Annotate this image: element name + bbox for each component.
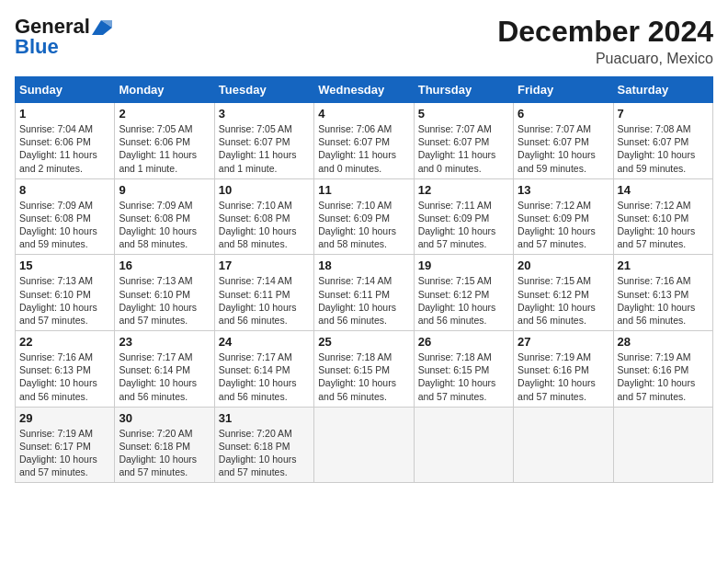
calendar-cell: 2Sunrise: 7:05 AM Sunset: 6:06 PM Daylig… bbox=[115, 103, 214, 179]
day-number: 2 bbox=[119, 107, 210, 121]
calendar-cell: 21Sunrise: 7:16 AM Sunset: 6:13 PM Dayli… bbox=[613, 255, 712, 331]
calendar-cell: 22Sunrise: 7:16 AM Sunset: 6:13 PM Dayli… bbox=[16, 331, 115, 408]
day-number: 10 bbox=[219, 183, 310, 197]
calendar-cell: 13Sunrise: 7:12 AM Sunset: 6:09 PM Dayli… bbox=[514, 178, 613, 255]
day-info: Sunrise: 7:20 AM Sunset: 6:18 PM Dayligh… bbox=[119, 427, 210, 479]
calendar-cell: 15Sunrise: 7:13 AM Sunset: 6:10 PM Dayli… bbox=[16, 255, 115, 331]
calendar-cell: 24Sunrise: 7:17 AM Sunset: 6:14 PM Dayli… bbox=[214, 331, 313, 408]
day-info: Sunrise: 7:13 AM Sunset: 6:10 PM Dayligh… bbox=[19, 274, 110, 327]
calendar-cell: 23Sunrise: 7:17 AM Sunset: 6:14 PM Dayli… bbox=[115, 331, 214, 408]
calendar: SundayMondayTuesdayWednesdayThursdayFrid… bbox=[15, 76, 713, 483]
weekday-header-friday: Friday bbox=[514, 77, 613, 103]
calendar-cell: 29Sunrise: 7:19 AM Sunset: 6:17 PM Dayli… bbox=[16, 407, 115, 483]
day-info: Sunrise: 7:08 AM Sunset: 6:07 PM Dayligh… bbox=[618, 122, 709, 175]
day-info: Sunrise: 7:18 AM Sunset: 6:15 PM Dayligh… bbox=[318, 350, 409, 403]
logo-icon bbox=[92, 20, 112, 35]
calendar-cell bbox=[414, 407, 513, 483]
day-info: Sunrise: 7:16 AM Sunset: 6:13 PM Dayligh… bbox=[19, 350, 110, 403]
day-number: 25 bbox=[318, 335, 409, 349]
header: General Blue December 2024 Puacuaro, Mex… bbox=[15, 15, 713, 67]
calendar-cell: 10Sunrise: 7:10 AM Sunset: 6:08 PM Dayli… bbox=[214, 178, 313, 255]
calendar-cell: 8Sunrise: 7:09 AM Sunset: 6:08 PM Daylig… bbox=[16, 178, 115, 255]
logo: General Blue bbox=[15, 15, 112, 59]
day-number: 30 bbox=[119, 411, 210, 425]
calendar-cell: 18Sunrise: 7:14 AM Sunset: 6:11 PM Dayli… bbox=[314, 255, 414, 331]
calendar-cell: 7Sunrise: 7:08 AM Sunset: 6:07 PM Daylig… bbox=[613, 103, 712, 179]
calendar-cell: 25Sunrise: 7:18 AM Sunset: 6:15 PM Dayli… bbox=[314, 331, 414, 408]
day-info: Sunrise: 7:14 AM Sunset: 6:11 PM Dayligh… bbox=[318, 274, 409, 327]
day-number: 18 bbox=[318, 259, 409, 272]
calendar-cell: 9Sunrise: 7:09 AM Sunset: 6:08 PM Daylig… bbox=[115, 178, 214, 255]
calendar-cell: 5Sunrise: 7:07 AM Sunset: 6:07 PM Daylig… bbox=[414, 103, 513, 179]
weekday-header-thursday: Thursday bbox=[414, 77, 513, 103]
calendar-cell: 6Sunrise: 7:07 AM Sunset: 6:07 PM Daylig… bbox=[514, 103, 613, 179]
logo-blue: Blue bbox=[15, 35, 59, 59]
calendar-cell: 3Sunrise: 7:05 AM Sunset: 6:07 PM Daylig… bbox=[214, 103, 313, 179]
title-block: December 2024 Puacuaro, Mexico bbox=[497, 15, 713, 67]
calendar-cell bbox=[514, 407, 613, 483]
day-info: Sunrise: 7:12 AM Sunset: 6:10 PM Dayligh… bbox=[618, 199, 709, 251]
day-info: Sunrise: 7:13 AM Sunset: 6:10 PM Dayligh… bbox=[119, 274, 210, 327]
day-info: Sunrise: 7:05 AM Sunset: 6:06 PM Dayligh… bbox=[119, 122, 210, 175]
day-number: 14 bbox=[618, 183, 709, 197]
day-info: Sunrise: 7:18 AM Sunset: 6:15 PM Dayligh… bbox=[418, 350, 509, 403]
calendar-cell: 17Sunrise: 7:14 AM Sunset: 6:11 PM Dayli… bbox=[214, 255, 313, 331]
weekday-header-sunday: Sunday bbox=[16, 77, 115, 103]
day-info: Sunrise: 7:09 AM Sunset: 6:08 PM Dayligh… bbox=[119, 199, 210, 251]
calendar-cell: 26Sunrise: 7:18 AM Sunset: 6:15 PM Dayli… bbox=[414, 331, 513, 408]
day-info: Sunrise: 7:06 AM Sunset: 6:07 PM Dayligh… bbox=[318, 122, 409, 175]
day-number: 29 bbox=[19, 411, 110, 425]
calendar-cell bbox=[314, 407, 414, 483]
weekday-header-wednesday: Wednesday bbox=[314, 77, 414, 103]
day-number: 26 bbox=[418, 335, 509, 349]
day-info: Sunrise: 7:19 AM Sunset: 6:16 PM Dayligh… bbox=[618, 350, 709, 403]
week-row-3: 15Sunrise: 7:13 AM Sunset: 6:10 PM Dayli… bbox=[16, 255, 713, 331]
day-info: Sunrise: 7:09 AM Sunset: 6:08 PM Dayligh… bbox=[19, 199, 110, 251]
day-info: Sunrise: 7:11 AM Sunset: 6:09 PM Dayligh… bbox=[418, 199, 509, 251]
day-info: Sunrise: 7:12 AM Sunset: 6:09 PM Dayligh… bbox=[518, 199, 609, 251]
day-info: Sunrise: 7:05 AM Sunset: 6:07 PM Dayligh… bbox=[219, 122, 310, 175]
calendar-cell: 30Sunrise: 7:20 AM Sunset: 6:18 PM Dayli… bbox=[115, 407, 214, 483]
day-number: 9 bbox=[119, 183, 210, 197]
day-number: 17 bbox=[219, 259, 310, 272]
day-info: Sunrise: 7:07 AM Sunset: 6:07 PM Dayligh… bbox=[518, 122, 609, 175]
day-number: 6 bbox=[518, 107, 609, 121]
day-info: Sunrise: 7:17 AM Sunset: 6:14 PM Dayligh… bbox=[219, 350, 310, 403]
week-row-2: 8Sunrise: 7:09 AM Sunset: 6:08 PM Daylig… bbox=[16, 178, 713, 255]
calendar-cell: 27Sunrise: 7:19 AM Sunset: 6:16 PM Dayli… bbox=[514, 331, 613, 408]
day-number: 13 bbox=[518, 183, 609, 197]
day-number: 20 bbox=[518, 259, 609, 272]
day-number: 1 bbox=[19, 107, 110, 121]
calendar-cell: 14Sunrise: 7:12 AM Sunset: 6:10 PM Dayli… bbox=[613, 178, 712, 255]
calendar-cell: 28Sunrise: 7:19 AM Sunset: 6:16 PM Dayli… bbox=[613, 331, 712, 408]
calendar-cell: 12Sunrise: 7:11 AM Sunset: 6:09 PM Dayli… bbox=[414, 178, 513, 255]
week-row-1: 1Sunrise: 7:04 AM Sunset: 6:06 PM Daylig… bbox=[16, 103, 713, 179]
day-info: Sunrise: 7:15 AM Sunset: 6:12 PM Dayligh… bbox=[418, 274, 509, 327]
day-info: Sunrise: 7:19 AM Sunset: 6:17 PM Dayligh… bbox=[19, 427, 110, 479]
day-number: 11 bbox=[318, 183, 409, 197]
calendar-cell: 19Sunrise: 7:15 AM Sunset: 6:12 PM Dayli… bbox=[414, 255, 513, 331]
weekday-header-tuesday: Tuesday bbox=[214, 77, 313, 103]
week-row-4: 22Sunrise: 7:16 AM Sunset: 6:13 PM Dayli… bbox=[16, 331, 713, 408]
day-number: 8 bbox=[19, 183, 110, 197]
day-number: 7 bbox=[618, 107, 709, 121]
week-row-5: 29Sunrise: 7:19 AM Sunset: 6:17 PM Dayli… bbox=[16, 407, 713, 483]
day-number: 21 bbox=[618, 259, 709, 272]
day-info: Sunrise: 7:19 AM Sunset: 6:16 PM Dayligh… bbox=[518, 350, 609, 403]
weekday-header-monday: Monday bbox=[115, 77, 214, 103]
month-title: December 2024 bbox=[497, 15, 713, 49]
day-info: Sunrise: 7:14 AM Sunset: 6:11 PM Dayligh… bbox=[219, 274, 310, 327]
calendar-cell: 1Sunrise: 7:04 AM Sunset: 6:06 PM Daylig… bbox=[16, 103, 115, 179]
day-number: 5 bbox=[418, 107, 509, 121]
day-number: 3 bbox=[219, 107, 310, 121]
calendar-cell: 4Sunrise: 7:06 AM Sunset: 6:07 PM Daylig… bbox=[314, 103, 414, 179]
day-number: 16 bbox=[119, 259, 210, 272]
day-info: Sunrise: 7:07 AM Sunset: 6:07 PM Dayligh… bbox=[418, 122, 509, 175]
location: Puacuaro, Mexico bbox=[497, 51, 713, 67]
calendar-cell: 20Sunrise: 7:15 AM Sunset: 6:12 PM Dayli… bbox=[514, 255, 613, 331]
day-number: 4 bbox=[318, 107, 409, 121]
day-info: Sunrise: 7:17 AM Sunset: 6:14 PM Dayligh… bbox=[119, 350, 210, 403]
day-number: 28 bbox=[618, 335, 709, 349]
calendar-cell bbox=[613, 407, 712, 483]
day-number: 19 bbox=[418, 259, 509, 272]
